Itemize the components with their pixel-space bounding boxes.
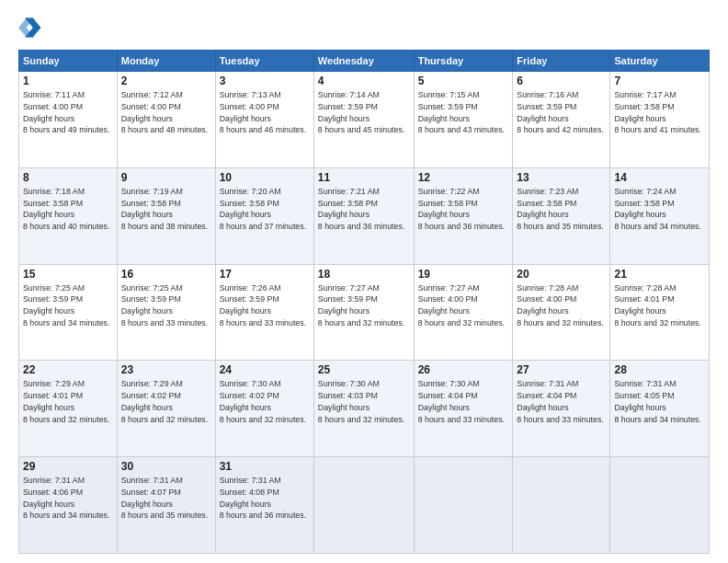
calendar-week-2: 8 Sunrise: 7:18 AM Sunset: 3:58 PM Dayli… (19, 167, 710, 264)
day-number: 24 (220, 363, 310, 376)
calendar-cell: 10 Sunrise: 7:20 AM Sunset: 3:58 PM Dayl… (215, 167, 313, 264)
calendar-cell (513, 457, 610, 554)
calendar-cell: 20 Sunrise: 7:28 AM Sunset: 4:00 PM Dayl… (513, 264, 610, 361)
day-number: 11 (318, 171, 410, 184)
calendar-cell: 16 Sunrise: 7:25 AM Sunset: 3:59 PM Dayl… (117, 264, 215, 361)
day-header-tuesday: Tuesday (215, 51, 313, 72)
day-info: Sunrise: 7:28 AM Sunset: 4:01 PM Dayligh… (614, 282, 705, 329)
calendar-cell: 11 Sunrise: 7:21 AM Sunset: 3:58 PM Dayl… (313, 167, 414, 264)
day-number: 30 (121, 460, 211, 473)
day-info: Sunrise: 7:31 AM Sunset: 4:04 PM Dayligh… (517, 378, 606, 425)
day-info: Sunrise: 7:25 AM Sunset: 3:59 PM Dayligh… (23, 282, 113, 329)
day-info: Sunrise: 7:26 AM Sunset: 3:59 PM Dayligh… (220, 282, 310, 329)
day-info: Sunrise: 7:18 AM Sunset: 3:58 PM Dayligh… (23, 186, 113, 233)
calendar-table: SundayMondayTuesdayWednesdayThursdayFrid… (18, 50, 710, 554)
calendar-cell: 19 Sunrise: 7:27 AM Sunset: 4:00 PM Dayl… (414, 264, 513, 361)
calendar-week-4: 22 Sunrise: 7:29 AM Sunset: 4:01 PM Dayl… (19, 361, 710, 457)
calendar-cell: 28 Sunrise: 7:31 AM Sunset: 4:05 PM Dayl… (610, 361, 710, 457)
day-info: Sunrise: 7:12 AM Sunset: 4:00 PM Dayligh… (121, 89, 211, 136)
day-header-wednesday: Wednesday (313, 51, 414, 72)
calendar-cell: 18 Sunrise: 7:27 AM Sunset: 3:59 PM Dayl… (313, 264, 414, 361)
calendar-cell: 4 Sunrise: 7:14 AM Sunset: 3:59 PM Dayli… (313, 72, 414, 168)
calendar-cell: 9 Sunrise: 7:19 AM Sunset: 3:58 PM Dayli… (117, 167, 215, 264)
day-number: 25 (318, 363, 410, 376)
day-number: 5 (418, 75, 509, 87)
day-number: 26 (418, 363, 509, 376)
day-number: 19 (418, 268, 509, 281)
day-info: Sunrise: 7:31 AM Sunset: 4:08 PM Dayligh… (220, 475, 310, 522)
day-number: 10 (220, 171, 310, 184)
day-info: Sunrise: 7:31 AM Sunset: 4:05 PM Dayligh… (614, 378, 705, 425)
calendar-cell: 22 Sunrise: 7:29 AM Sunset: 4:01 PM Dayl… (19, 361, 118, 457)
day-info: Sunrise: 7:23 AM Sunset: 3:58 PM Dayligh… (517, 186, 606, 233)
day-info: Sunrise: 7:21 AM Sunset: 3:58 PM Dayligh… (318, 186, 410, 233)
day-number: 6 (517, 75, 606, 87)
day-number: 4 (318, 75, 410, 87)
day-number: 15 (23, 268, 113, 281)
day-number: 7 (614, 75, 705, 87)
day-number: 17 (220, 268, 310, 281)
day-number: 22 (23, 363, 113, 376)
calendar-week-1: 1 Sunrise: 7:11 AM Sunset: 4:00 PM Dayli… (19, 72, 710, 168)
day-number: 9 (121, 171, 211, 184)
day-info: Sunrise: 7:30 AM Sunset: 4:04 PM Dayligh… (418, 378, 509, 425)
day-number: 23 (121, 363, 211, 376)
day-info: Sunrise: 7:13 AM Sunset: 4:00 PM Dayligh… (220, 89, 310, 136)
calendar-cell: 29 Sunrise: 7:31 AM Sunset: 4:06 PM Dayl… (19, 457, 118, 554)
day-info: Sunrise: 7:31 AM Sunset: 4:06 PM Dayligh… (23, 475, 113, 522)
calendar-cell: 1 Sunrise: 7:11 AM Sunset: 4:00 PM Dayli… (19, 72, 118, 168)
day-info: Sunrise: 7:30 AM Sunset: 4:02 PM Dayligh… (220, 378, 310, 425)
day-number: 27 (517, 363, 606, 376)
day-header-monday: Monday (117, 51, 215, 72)
day-info: Sunrise: 7:31 AM Sunset: 4:07 PM Dayligh… (121, 475, 211, 522)
day-number: 1 (23, 75, 113, 87)
calendar-cell: 23 Sunrise: 7:29 AM Sunset: 4:02 PM Dayl… (117, 361, 215, 457)
calendar-cell (313, 457, 414, 554)
calendar-cell: 14 Sunrise: 7:24 AM Sunset: 3:58 PM Dayl… (610, 167, 710, 264)
day-number: 21 (614, 268, 705, 281)
day-header-thursday: Thursday (414, 51, 513, 72)
day-number: 20 (517, 268, 606, 281)
day-info: Sunrise: 7:17 AM Sunset: 3:58 PM Dayligh… (614, 89, 705, 136)
calendar-cell: 5 Sunrise: 7:15 AM Sunset: 3:59 PM Dayli… (414, 72, 513, 168)
day-number: 14 (614, 171, 705, 184)
page: SundayMondayTuesdayWednesdayThursdayFrid… (0, 0, 728, 563)
calendar-cell: 8 Sunrise: 7:18 AM Sunset: 3:58 PM Dayli… (19, 167, 118, 264)
day-header-saturday: Saturday (610, 51, 710, 72)
calendar-cell (414, 457, 513, 554)
header (18, 15, 710, 40)
calendar-week-3: 15 Sunrise: 7:25 AM Sunset: 3:59 PM Dayl… (19, 264, 710, 361)
day-number: 31 (220, 460, 310, 473)
day-info: Sunrise: 7:27 AM Sunset: 4:00 PM Dayligh… (418, 282, 509, 329)
day-info: Sunrise: 7:19 AM Sunset: 3:58 PM Dayligh… (121, 186, 211, 233)
day-number: 2 (121, 75, 211, 87)
day-number: 12 (418, 171, 509, 184)
calendar-cell: 26 Sunrise: 7:30 AM Sunset: 4:04 PM Dayl… (414, 361, 513, 457)
day-info: Sunrise: 7:15 AM Sunset: 3:59 PM Dayligh… (418, 89, 509, 136)
calendar-cell: 30 Sunrise: 7:31 AM Sunset: 4:07 PM Dayl… (117, 457, 215, 554)
day-info: Sunrise: 7:20 AM Sunset: 3:58 PM Dayligh… (220, 186, 310, 233)
day-number: 16 (121, 268, 211, 281)
day-info: Sunrise: 7:28 AM Sunset: 4:00 PM Dayligh… (517, 282, 606, 329)
day-info: Sunrise: 7:25 AM Sunset: 3:59 PM Dayligh… (121, 282, 211, 329)
day-info: Sunrise: 7:16 AM Sunset: 3:59 PM Dayligh… (517, 89, 606, 136)
day-info: Sunrise: 7:22 AM Sunset: 3:58 PM Dayligh… (418, 186, 509, 233)
day-number: 18 (318, 268, 410, 281)
calendar-header-row: SundayMondayTuesdayWednesdayThursdayFrid… (19, 51, 710, 72)
day-info: Sunrise: 7:29 AM Sunset: 4:02 PM Dayligh… (121, 378, 211, 425)
day-info: Sunrise: 7:29 AM Sunset: 4:01 PM Dayligh… (23, 378, 113, 425)
day-number: 28 (614, 363, 705, 376)
calendar-cell: 7 Sunrise: 7:17 AM Sunset: 3:58 PM Dayli… (610, 72, 710, 168)
calendar-cell: 21 Sunrise: 7:28 AM Sunset: 4:01 PM Dayl… (610, 264, 710, 361)
day-info: Sunrise: 7:24 AM Sunset: 3:58 PM Dayligh… (614, 186, 705, 233)
calendar-cell: 12 Sunrise: 7:22 AM Sunset: 3:58 PM Dayl… (414, 167, 513, 264)
day-info: Sunrise: 7:30 AM Sunset: 4:03 PM Dayligh… (318, 378, 410, 425)
day-header-friday: Friday (513, 51, 610, 72)
logo (18, 15, 48, 40)
day-header-sunday: Sunday (19, 51, 118, 72)
calendar-cell (610, 457, 710, 554)
day-info: Sunrise: 7:11 AM Sunset: 4:00 PM Dayligh… (23, 89, 113, 136)
calendar-cell: 17 Sunrise: 7:26 AM Sunset: 3:59 PM Dayl… (215, 264, 313, 361)
day-number: 3 (220, 75, 310, 87)
day-info: Sunrise: 7:27 AM Sunset: 3:59 PM Dayligh… (318, 282, 410, 329)
